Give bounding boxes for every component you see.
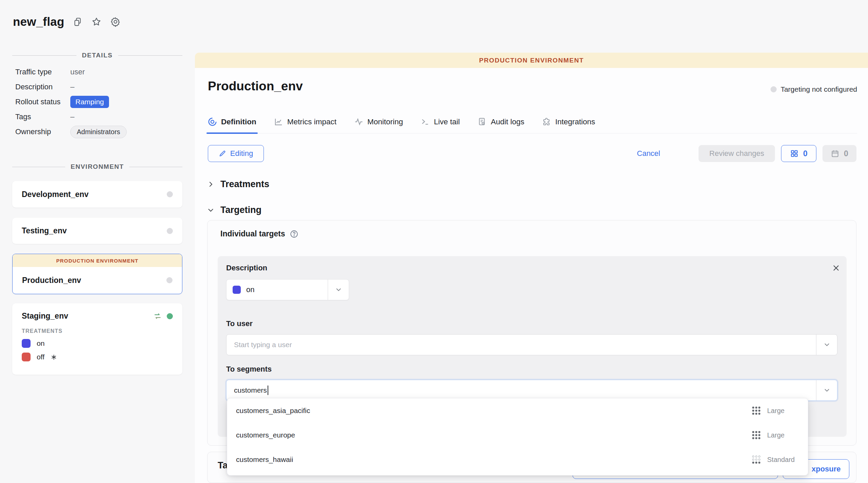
production-environment-banner: PRODUCTION ENVIRONMENT xyxy=(13,254,182,267)
help-icon[interactable] xyxy=(290,230,299,238)
chevron-down-icon[interactable] xyxy=(328,280,349,300)
segment-size-label: Large xyxy=(767,431,800,439)
status-dot xyxy=(771,86,777,92)
pencil-icon xyxy=(219,150,226,157)
treatment-off-row: off xyxy=(22,353,173,361)
description-label: Description xyxy=(226,264,267,272)
chevron-down-icon xyxy=(207,207,214,214)
env-status-dot xyxy=(166,277,173,283)
production-environment-banner: PRODUCTION ENVIRONMENT xyxy=(195,53,868,68)
treatment-off-swatch xyxy=(22,353,31,361)
grid-icon xyxy=(790,149,799,158)
ownership-pill: Administrators xyxy=(70,126,127,138)
flag-title: new_flag xyxy=(13,15,64,29)
individual-targets-heading: Individual targets xyxy=(220,229,299,238)
environment-title: Production_env xyxy=(208,79,303,93)
detail-row-ownership: Ownership Administrators xyxy=(15,124,182,139)
to-segments-field[interactable]: customers xyxy=(226,380,837,401)
treatments-heading: TREATMENTS xyxy=(22,328,173,334)
detail-row-description: Description – xyxy=(15,79,182,94)
to-user-input[interactable] xyxy=(227,335,816,355)
treatment-on-row: on xyxy=(22,339,173,348)
segment-option-hawaii[interactable]: customers_hawaii Standard xyxy=(227,447,808,472)
copy-icon[interactable] xyxy=(73,17,83,26)
env-active-dot xyxy=(167,313,173,319)
detail-row-rollout-status: Rollout status Ramping xyxy=(15,94,182,109)
detail-row-tags: Tags – xyxy=(15,109,182,124)
definition-icon xyxy=(208,117,217,126)
details-heading: DETAILS xyxy=(12,52,182,59)
section-treatments-toggle[interactable]: Treatments xyxy=(207,179,269,190)
close-icon[interactable] xyxy=(832,264,840,272)
star-icon[interactable] xyxy=(91,17,102,27)
swap-arrows-icon xyxy=(153,312,162,321)
details-rows: Traffic type user Description – Rollout … xyxy=(15,65,182,139)
segment-grid-partial-icon xyxy=(752,455,760,464)
text-cursor xyxy=(268,386,268,395)
layout-changes-count-button[interactable]: 0 xyxy=(781,145,816,162)
to-user-label: To user xyxy=(226,319,253,328)
to-segments-label: To segments xyxy=(226,365,272,374)
env-status-dot xyxy=(167,228,173,234)
default-treatment-asterisk-icon xyxy=(51,354,57,360)
tab-live-tail[interactable]: Live tail xyxy=(421,113,460,133)
editing-button[interactable]: Editing xyxy=(208,145,264,162)
env-status-dot xyxy=(167,191,173,197)
schedule-count-button[interactable]: 0 xyxy=(822,145,856,162)
chevron-down-icon[interactable] xyxy=(816,335,837,355)
segment-option-europe[interactable]: customers_europe Large xyxy=(227,423,808,447)
audit-logs-icon xyxy=(477,117,487,126)
gear-icon[interactable] xyxy=(110,17,121,27)
treatment-on-swatch xyxy=(22,339,31,348)
cancel-link[interactable]: Cancel xyxy=(637,149,660,158)
tab-audit-logs[interactable]: Audit logs xyxy=(477,113,524,133)
detail-row-traffic-type: Traffic type user xyxy=(15,65,182,79)
live-tail-icon xyxy=(421,117,430,126)
flag-header: new_flag xyxy=(13,15,121,29)
environment-heading: ENVIRONMENT xyxy=(12,163,182,171)
segment-option-asia-pacific[interactable]: customers_asia_pacific Large xyxy=(227,398,808,423)
chevron-down-icon[interactable] xyxy=(816,380,837,400)
tab-definition[interactable]: Definition xyxy=(208,113,256,133)
section-targeting-toggle[interactable]: Targeting xyxy=(207,205,261,215)
tab-metrics-impact[interactable]: Metrics impact xyxy=(274,113,337,133)
chevron-right-icon xyxy=(207,181,214,188)
to-segments-input-value: customers xyxy=(234,386,267,394)
segment-size-label: Standard xyxy=(767,456,800,464)
env-card-development[interactable]: Development_env xyxy=(12,181,182,208)
tab-bar: Definition Metrics impact Monitoring xyxy=(208,113,857,133)
calendar-icon xyxy=(831,149,839,158)
toolbar: Editing Cancel Review changes 0 0 xyxy=(208,145,857,163)
segments-dropdown: customers_asia_pacific Large customers_e… xyxy=(227,398,808,476)
rollout-status-badge: Ramping xyxy=(70,96,109,108)
env-card-staging[interactable]: Staging_env TREATMENTS on off xyxy=(12,303,182,375)
review-changes-button[interactable]: Review changes xyxy=(699,145,775,162)
metrics-impact-icon xyxy=(274,117,283,126)
to-user-field xyxy=(226,334,837,355)
tab-monitoring[interactable]: Monitoring xyxy=(354,113,403,133)
segment-grid-filled-icon xyxy=(752,407,760,415)
segment-size-label: Large xyxy=(767,407,800,415)
treatment-on-swatch xyxy=(233,286,241,294)
treatment-select[interactable]: on xyxy=(226,279,349,300)
monitoring-icon xyxy=(354,117,363,126)
env-card-production[interactable]: PRODUCTION ENVIRONMENT Production_env xyxy=(12,254,182,294)
tab-integrations[interactable]: Integrations xyxy=(542,113,595,133)
env-card-testing[interactable]: Testing_env xyxy=(12,218,182,244)
segment-grid-filled-icon xyxy=(752,431,760,439)
treatment-select-value: on xyxy=(246,285,328,294)
targeting-status: Targeting not configured xyxy=(771,85,857,93)
integrations-icon xyxy=(542,117,551,126)
targeting-rules-heading-fragment: Ta xyxy=(218,460,228,471)
sidebar: new_flag DETAILS Traffic type user xyxy=(0,0,195,483)
